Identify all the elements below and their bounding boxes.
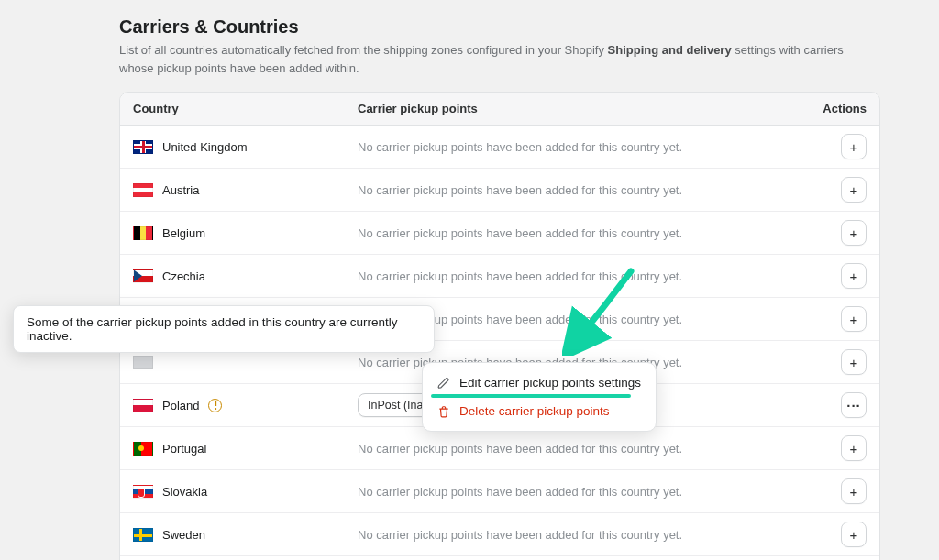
table-row: United KingdomNo carrier pickup points h… — [120, 126, 879, 169]
pickup-cell: No carrier pickup points have been added… — [358, 183, 802, 197]
add-carrier-button[interactable]: + — [841, 220, 867, 246]
pickup-cell: No carrier pickup points have been added… — [358, 269, 802, 283]
tooltip-text: Some of the carrier pickup points added … — [27, 315, 397, 343]
warning-icon[interactable] — [208, 399, 222, 412]
country-cell: Portugal — [133, 442, 358, 456]
edit-pickup-settings-item[interactable]: Edit carrier pickup points settings — [423, 368, 656, 397]
pickup-cell: No carrier pickup points have been added… — [358, 140, 802, 154]
action-cell: + — [802, 435, 867, 461]
col-pickup: Carrier pickup points — [358, 102, 802, 115]
country-cell: Belgium — [133, 226, 358, 240]
flag-icon — [133, 442, 153, 456]
country-cell: Slovakia — [133, 485, 358, 499]
add-carrier-button[interactable]: + — [841, 306, 867, 332]
country-name: Austria — [162, 183, 199, 197]
inactive-tooltip: Some of the carrier pickup points added … — [13, 305, 435, 353]
edit-pickup-label: Edit carrier pickup points settings — [459, 376, 641, 390]
flag-icon — [133, 356, 153, 369]
action-cell: + — [802, 478, 867, 504]
table-row: AustriaNo carrier pickup points have bee… — [120, 169, 879, 212]
country-name: United Kingdom — [162, 140, 248, 154]
country-cell: United Kingdom — [133, 140, 358, 154]
add-carrier-button[interactable]: + — [841, 435, 867, 461]
page-title: Carriers & Countries — [119, 16, 880, 38]
table-row: CzechiaNo carrier pickup points have bee… — [120, 255, 879, 298]
table-header: Country Carrier pickup points Actions — [120, 93, 879, 126]
subtitle-part-a: List of all countries automatically fetc… — [119, 43, 608, 57]
country-name: Portugal — [162, 442, 206, 456]
flag-icon — [133, 485, 153, 499]
country-name: Czechia — [162, 269, 205, 283]
action-cell: + — [802, 522, 867, 547]
flag-icon — [133, 183, 153, 197]
add-carrier-button[interactable]: + — [841, 349, 867, 375]
table-row: PortugalNo carrier pickup points have be… — [120, 427, 879, 470]
action-cell: ··· — [802, 392, 867, 418]
flag-icon — [133, 226, 153, 240]
country-cell: Austria — [133, 183, 358, 197]
add-carrier-button[interactable]: + — [841, 263, 867, 289]
add-carrier-button[interactable]: + — [841, 478, 867, 504]
col-actions: Actions — [802, 102, 867, 115]
table-row: SlovakiaNo carrier pickup points have be… — [120, 470, 879, 513]
flag-icon — [133, 528, 153, 542]
subtitle-strong: Shipping and delivery — [608, 43, 732, 57]
country-name: Belgium — [162, 226, 205, 240]
add-carrier-button[interactable]: + — [841, 177, 867, 203]
table-row: SwedenNo carrier pickup points have been… — [120, 513, 879, 556]
flag-icon — [133, 269, 153, 283]
country-name: Slovakia — [162, 485, 207, 499]
country-cell: Poland — [133, 399, 358, 412]
flag-icon — [133, 399, 153, 412]
action-cell: + — [802, 177, 867, 203]
annotation-highlight — [431, 394, 631, 398]
country-cell: Czechia — [133, 269, 358, 283]
more-actions-button[interactable]: ··· — [841, 392, 867, 418]
flag-icon — [133, 140, 153, 154]
pickup-cell: No carrier pickup points have been added… — [358, 442, 802, 456]
country-name: Sweden — [162, 528, 205, 542]
table-row: NorwayNo carrier pickup points have been… — [120, 556, 879, 560]
action-cell: + — [802, 306, 867, 332]
pencil-icon — [437, 377, 450, 390]
country-cell — [133, 356, 358, 369]
add-carrier-button[interactable]: + — [841, 134, 867, 159]
action-cell: + — [802, 220, 867, 246]
add-carrier-button[interactable]: + — [841, 522, 867, 547]
pickup-cell: No carrier pickup points have been added… — [358, 226, 802, 240]
pickup-cell: No carrier pickup points have been added… — [358, 528, 802, 542]
country-name: Poland — [162, 399, 199, 412]
delete-pickup-item[interactable]: Delete carrier pickup points — [423, 397, 656, 425]
table-row: BelgiumNo carrier pickup points have bee… — [120, 212, 879, 255]
action-cell: + — [802, 134, 867, 159]
country-cell: Sweden — [133, 528, 358, 542]
action-cell: + — [802, 263, 867, 289]
action-cell: + — [802, 349, 867, 375]
col-country: Country — [133, 102, 358, 115]
pickup-cell: No carrier pickup points have been added… — [358, 485, 802, 499]
page-subtitle: List of all countries automatically fetc… — [119, 41, 880, 77]
delete-pickup-label: Delete carrier pickup points — [459, 404, 610, 418]
trash-icon — [437, 405, 450, 418]
